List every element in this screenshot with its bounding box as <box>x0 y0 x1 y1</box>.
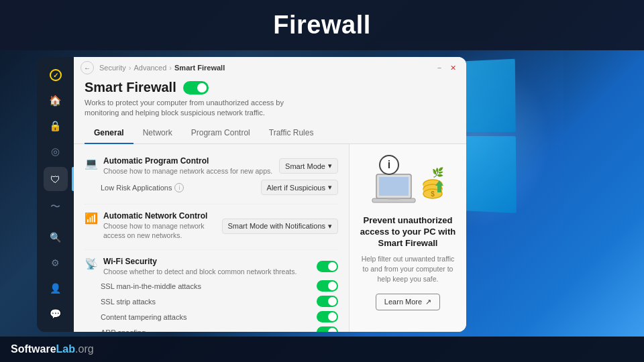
breadcrumb: ← Security › Advanced › Smart Firewall <box>80 61 225 74</box>
sidebar-icon-shield[interactable]: 🏠 <box>44 90 68 111</box>
sidebar-icon-search[interactable]: 🔍 <box>44 227 68 247</box>
sidebar-icon-home[interactable]: ✓ <box>44 65 68 85</box>
sidebar: ✓ 🏠 🔒 ◎ 🛡 〜 🔍 ⚙ 👤 💬 <box>37 57 74 332</box>
back-button[interactable]: ← <box>80 61 94 74</box>
page-title-bar: Firewall <box>0 0 644 50</box>
content-area: 💻 Automatic Program Control Choose how t… <box>74 144 466 332</box>
info-circle-icon: i <box>379 155 399 175</box>
setting-wifi-security: 📡 Wi-Fi Security Choose whether to detec… <box>85 250 338 332</box>
wifi-icon: 📡 <box>85 257 98 270</box>
learn-more-icon: ↗ <box>425 298 431 306</box>
learn-more-button[interactable]: Learn More ↗ <box>376 294 440 310</box>
ssl-strip-toggle[interactable]: ✓ <box>317 296 338 307</box>
main-content: ← Security › Advanced › Smart Firewall −… <box>74 57 466 332</box>
ssl-strip-setting: SSL strip attacks ✓ <box>85 294 338 309</box>
program-control-icon: 💻 <box>85 157 98 170</box>
svg-text:$: $ <box>431 190 435 198</box>
sidebar-icon-user[interactable]: 👤 <box>44 278 68 298</box>
info-icon[interactable]: i <box>174 183 184 192</box>
ssl-mitm-setting: SSL man-in-the-middle attacks ✓ <box>85 278 338 294</box>
program-control-dropdown[interactable]: Smart Mode ▾ <box>279 158 338 174</box>
sidebar-icon-firewall[interactable]: 🛡 <box>44 167 68 191</box>
laptop-illustration <box>371 172 425 208</box>
low-risk-apps-setting: Low Risk Applications i Alert if Suspici… <box>85 178 338 197</box>
breadcrumb-current: Smart Firewall <box>174 64 225 72</box>
wifi-security-title: Wi-Fi Security <box>103 257 297 266</box>
content-tamper-setting: Content tampering attacks ✓ <box>85 309 338 324</box>
page-title: Firewall <box>273 11 371 40</box>
low-risk-label: Low Risk Applications <box>101 184 172 192</box>
brand-org: .org <box>75 343 94 355</box>
info-panel-description: Help filter out unwanted traffic to and … <box>358 254 458 284</box>
ssl-mitm-label: SSL man-in-the-middle attacks <box>101 282 201 290</box>
content-tamper-toggle[interactable]: ✓ <box>317 311 338 322</box>
bottom-bar: SoftwareLab.org <box>0 337 644 362</box>
brand-lab: Lab <box>56 343 75 355</box>
arp-spoofing-label: ARP spoofing <box>101 328 146 332</box>
panel-title: Smart Firewall <box>85 80 176 95</box>
panel-title-row: Smart Firewall ✓ <box>85 80 455 95</box>
sidebar-icon-signal[interactable]: 〜 <box>44 196 68 217</box>
sidebar-icon-globe[interactable]: 🔒 <box>44 116 68 136</box>
window-controls: − ✕ <box>433 62 460 73</box>
program-control-title: Automatic Program Control <box>103 156 272 166</box>
wifi-security-toggle[interactable]: ✓ <box>317 261 338 272</box>
sidebar-icon-chat[interactable]: 💬 <box>44 304 68 324</box>
setting-network-control: 📶 Automatic Network Control Choose how t… <box>85 204 338 249</box>
plant-decoration: 🌿 <box>432 167 443 178</box>
svg-rect-3 <box>379 177 409 196</box>
svg-text:✓: ✓ <box>53 72 58 79</box>
info-illustration: i <box>371 155 445 208</box>
tab-traffic-rules[interactable]: Traffic Rules <box>260 123 323 144</box>
main-toggle[interactable]: ✓ <box>183 81 209 95</box>
ssl-mitm-toggle[interactable]: ✓ <box>317 280 338 292</box>
network-control-desc: Choose how to manage network access on n… <box>103 222 222 240</box>
window-chrome: ← Security › Advanced › Smart Firewall −… <box>74 57 466 74</box>
setting-program-control: 💻 Automatic Program Control Choose how t… <box>85 149 338 205</box>
app-window: ✓ 🏠 🔒 ◎ 🛡 〜 🔍 ⚙ 👤 💬 ← Security › Advance… <box>37 57 466 332</box>
panel-header: Smart Firewall ✓ Works to protect your c… <box>74 74 466 123</box>
sidebar-icon-settings[interactable]: ⚙ <box>44 253 68 273</box>
coin-illustration: $ <box>421 179 445 206</box>
arp-spoofing-setting: ARP spoofing ✓ <box>85 324 338 332</box>
settings-panel: 💻 Automatic Program Control Choose how t… <box>74 144 349 332</box>
svg-rect-5 <box>388 198 400 200</box>
panel-description: Works to protect your computer from unau… <box>85 98 286 119</box>
tabs-bar: General Network Program Control Traffic … <box>74 123 466 144</box>
close-button[interactable]: ✕ <box>446 62 460 73</box>
tab-program-control[interactable]: Program Control <box>182 123 260 144</box>
breadcrumb-advanced[interactable]: Advanced <box>133 64 166 72</box>
network-control-title: Automatic Network Control <box>103 211 222 221</box>
wifi-security-desc: Choose whether to detect and block commo… <box>103 267 297 277</box>
ssl-strip-label: SSL strip attacks <box>101 298 156 306</box>
arp-spoofing-toggle[interactable]: ✓ <box>317 326 338 332</box>
tab-network[interactable]: Network <box>133 123 182 144</box>
sidebar-icon-tools[interactable]: ◎ <box>44 141 68 162</box>
learn-more-label: Learn More <box>384 298 422 306</box>
info-panel-title: Prevent unauthorized access to your PC w… <box>358 215 458 249</box>
info-panel: i <box>349 144 466 332</box>
brand-logo: SoftwareLab.org <box>11 343 94 355</box>
network-control-dropdown[interactable]: Smart Mode with Notifications ▾ <box>222 219 339 234</box>
brand-software: Software <box>11 343 56 355</box>
network-control-icon: 📶 <box>85 212 98 225</box>
tab-general[interactable]: General <box>85 123 133 144</box>
minimize-button[interactable]: − <box>433 62 446 73</box>
program-control-desc: Choose how to manage network access for … <box>103 167 272 176</box>
low-risk-dropdown[interactable]: Alert if Suspicious ▾ <box>261 180 338 195</box>
content-tamper-label: Content tampering attacks <box>101 313 186 321</box>
breadcrumb-security[interactable]: Security <box>99 64 126 72</box>
